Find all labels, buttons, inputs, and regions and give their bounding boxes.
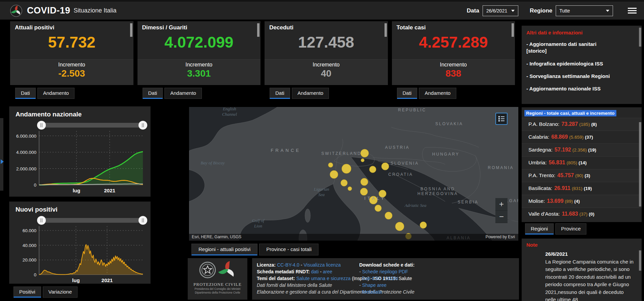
powered-by-esri-link[interactable]: Powered by Esri xyxy=(486,235,515,241)
scrollbar[interactable] xyxy=(639,122,641,207)
license-info-panel: Licenza: CC-BY-4.0 - Visualizza licenza … xyxy=(252,258,519,300)
salute-umana-link[interactable]: Salute umana e sicurezza xyxy=(296,276,350,281)
zoom-in-button[interactable]: + xyxy=(495,198,508,211)
tab-dati[interactable]: Dati xyxy=(397,88,418,99)
link-aggiornamento-dati-sanitari[interactable]: - Aggiornamento dati sanitari [storico] xyxy=(526,41,637,55)
map-tabs: Regioni - attuali positivi Province - ca… xyxy=(191,244,320,255)
slider-handle-right[interactable] xyxy=(139,216,147,225)
note-text: La Regione Campania comunica che in segu… xyxy=(545,258,636,301)
tab-province-casi-totali[interactable]: Province - casi totali xyxy=(259,244,318,255)
nuovi-positivi-chart[interactable]: 020.00040.00060.000lug2021 xyxy=(9,223,148,284)
region-row[interactable]: Molise:13.699(89)(4) xyxy=(522,195,642,208)
tab-province[interactable]: Province xyxy=(555,223,586,235)
region-row[interactable]: Umbria:56.831(805)(14) xyxy=(522,156,642,169)
regione-label: Regione xyxy=(530,7,552,14)
card-attuali-positivi: Attuali positivi 57.732 Incremento -2.50… xyxy=(10,21,133,85)
time-range-slider[interactable] xyxy=(41,218,143,223)
region-marker[interactable] xyxy=(395,222,404,231)
download-pdf-link[interactable]: Schede riepilogo PDF xyxy=(362,269,408,274)
data-select[interactable]: 26/6/2021 xyxy=(483,5,518,16)
tab-variazione[interactable]: Variazione xyxy=(43,286,78,298)
region-marker[interactable] xyxy=(385,212,392,219)
link-sorveglianza-regioni[interactable]: - Sorveglianza settimanale Regioni xyxy=(526,73,637,80)
tab-andamento[interactable]: Andamento xyxy=(37,88,75,99)
scrollbar[interactable] xyxy=(639,250,641,271)
svg-text:60.000: 60.000 xyxy=(23,228,36,233)
cc-by-link[interactable]: CC-BY-4.0 xyxy=(277,262,299,268)
tab-dati[interactable]: Dati xyxy=(143,88,163,99)
region-marker[interactable] xyxy=(330,170,338,179)
region-marker[interactable] xyxy=(379,190,386,197)
rndt-dati-link[interactable]: dati xyxy=(311,269,319,274)
slider-handle-right[interactable] xyxy=(139,121,147,130)
sidebar-tabs: Regioni Province xyxy=(525,223,588,235)
data-label: Data xyxy=(467,7,479,14)
note-panel: Note 26/6/2021 La Regione Campania comun… xyxy=(522,239,642,301)
legend-button[interactable] xyxy=(495,113,508,125)
note-date: 26/6/2021 xyxy=(545,250,636,258)
rndt-label: Scheda metadati RNDT: xyxy=(257,269,310,274)
download-metadata-link[interactable]: Metadata xyxy=(362,289,382,295)
tab-dati[interactable]: Dati xyxy=(270,88,290,99)
rndt-aree-link[interactable]: aree xyxy=(323,269,332,274)
legend-list-icon xyxy=(498,115,505,122)
region-row[interactable]: Basilicata:26.911(831)(19) xyxy=(522,182,642,195)
region-marker[interactable] xyxy=(361,159,364,162)
card-title: Deceduti xyxy=(265,21,388,31)
menu-icon[interactable] xyxy=(628,6,637,15)
tab-regioni[interactable]: Regioni xyxy=(525,223,554,235)
svg-text:40.000: 40.000 xyxy=(23,243,36,248)
visualizza-licenza-link[interactable]: Visualizza licenza xyxy=(304,262,341,268)
region-marker[interactable] xyxy=(369,166,376,173)
region-marker[interactable] xyxy=(341,180,347,186)
link-aggiornamento-nazionale-iss[interactable]: - Aggiornamento nazionale ISS xyxy=(526,85,637,92)
region-row[interactable]: Valle d'Aosta:11.683(37)(0) xyxy=(522,208,642,220)
region-marker[interactable] xyxy=(328,163,333,167)
region-row[interactable]: P.A. Bolzano:73.287(185)(8) xyxy=(522,118,642,131)
tab-andamento[interactable]: Andamento xyxy=(292,88,329,99)
regione-select[interactable]: Tutte xyxy=(556,5,613,16)
card-title: Attuali positivi xyxy=(10,21,133,31)
tab-andamento[interactable]: Andamento xyxy=(164,88,202,99)
region-marker[interactable] xyxy=(420,222,427,228)
scrollbar[interactable] xyxy=(257,23,259,37)
tab-andamento[interactable]: Andamento xyxy=(419,88,456,99)
region-marker[interactable] xyxy=(369,196,377,204)
scrollbar[interactable] xyxy=(512,23,514,37)
region-row[interactable]: Calabria:68.869(5.659)(37) xyxy=(522,131,642,143)
region-row[interactable]: P.A. Trento:45.757(90)(3) xyxy=(522,169,642,182)
region-marker[interactable] xyxy=(361,149,369,157)
region-marker[interactable] xyxy=(381,163,389,170)
region-marker[interactable] xyxy=(361,178,368,186)
download-csv-json-link[interactable]: Dati CSV / JSON xyxy=(362,276,398,281)
download-shape-link[interactable]: Shape aree xyxy=(362,282,387,288)
tab-dati[interactable]: Dati xyxy=(15,88,36,99)
time-range-slider[interactable] xyxy=(41,123,143,128)
zoom-out-button[interactable]: − xyxy=(495,211,508,223)
download-title: Download schede e dati: xyxy=(359,262,514,268)
stat-cards-row: Attuali positivi 57.732 Incremento -2.50… xyxy=(10,21,515,99)
region-row[interactable]: Sardegna:57.192(2.356)(19) xyxy=(522,143,642,156)
slider-handle-left[interactable] xyxy=(37,121,46,130)
svg-text:2.000.000: 2.000.000 xyxy=(16,166,36,171)
expand-panel-arrow-icon[interactable] xyxy=(1,159,4,164)
region-marker[interactable] xyxy=(375,205,381,212)
region-marker[interactable] xyxy=(342,164,351,173)
link-infografica-iss[interactable]: - Infografica epidemiologica ISS xyxy=(526,60,637,67)
covid-dashboard: COVID-19 Situazione Italia Data 26/6/202… xyxy=(0,0,644,301)
region-marker[interactable] xyxy=(360,188,368,195)
scrollbar[interactable] xyxy=(639,28,641,47)
region-marker[interactable] xyxy=(348,187,352,191)
tab-regioni-attuali-positivi[interactable]: Regioni - attuali positivi xyxy=(191,244,257,255)
svg-text:lug: lug xyxy=(72,277,80,283)
scrollbar[interactable] xyxy=(385,23,387,37)
tab-positivi[interactable]: Positivi xyxy=(13,286,41,298)
card-value: 57.732 xyxy=(10,34,133,51)
slider-handle-left[interactable] xyxy=(37,216,46,225)
andamento-nazionale-chart[interactable]: 02.000.0004.000.0006.000.000lug2021 xyxy=(9,128,148,194)
map-canvas[interactable]: English ChannelBay of BiscayGulf of Lion… xyxy=(189,107,518,241)
panel-andamento-nazionale: Andamento nazionale 02.000.0004.000.0006… xyxy=(9,106,151,197)
page-subtitle: Situazione Italia xyxy=(74,7,117,14)
scrollbar[interactable] xyxy=(130,23,132,37)
svg-text:2021: 2021 xyxy=(104,188,115,193)
